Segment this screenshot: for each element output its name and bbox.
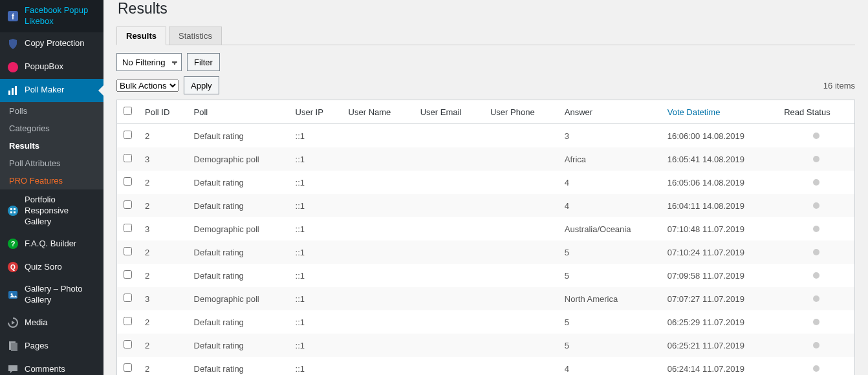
table-row: 2Default rating::1506:25:21 11.07.2019: [117, 334, 855, 357]
cell-poll: Default rating: [188, 241, 289, 264]
submenu-item[interactable]: Poll Attributes: [0, 155, 103, 172]
bulk-actions-select[interactable]: Bulk Actions: [116, 80, 179, 92]
cell-poll: Demographic poll: [188, 287, 289, 310]
submenu-item[interactable]: Categories: [0, 120, 103, 137]
col-user-email[interactable]: User Email: [414, 100, 484, 124]
svg-text:Q: Q: [10, 264, 16, 271]
sidebar-item-media[interactable]: Media: [0, 311, 103, 334]
read-status-dot-icon: [813, 179, 819, 186]
sidebar-item-facebook[interactable]: fFacebook Popup Likebox: [0, 0, 103, 32]
cell-vote-datetime: 06:25:21 11.07.2019: [661, 334, 777, 357]
svg-point-16: [11, 294, 13, 295]
filter-select[interactable]: No Filtering: [116, 53, 182, 71]
row-checkbox[interactable]: [124, 177, 132, 186]
row-checkbox[interactable]: [124, 317, 132, 325]
row-checkbox[interactable]: [124, 270, 132, 279]
cell-user-ip: ::1: [289, 287, 342, 310]
cell-user-name: [342, 171, 414, 194]
col-answer[interactable]: Answer: [558, 100, 661, 124]
sidebar-item-label: Gallery – Photo Gallery: [25, 284, 97, 306]
table-row: 2Default rating::1416:05:06 14.08.2019: [117, 171, 855, 194]
row-checkbox[interactable]: [124, 200, 132, 209]
sidebar-item-shield[interactable]: Copy Protection: [0, 32, 103, 56]
cell-poll: Default rating: [188, 194, 289, 217]
sidebar-item-gallery[interactable]: Gallery – Photo Gallery: [0, 279, 103, 311]
row-checkbox[interactable]: [124, 247, 132, 255]
sidebar-item-label: Quiz Soro: [25, 262, 62, 273]
row-checkbox-cell: [117, 264, 139, 287]
cell-vote-datetime: 07:09:58 11.07.2019: [661, 264, 777, 287]
sidebar-item-popup[interactable]: PopupBox: [0, 56, 103, 79]
col-poll-id[interactable]: Poll ID: [138, 100, 188, 124]
cell-answer: Africa: [558, 147, 661, 171]
cell-read-status: [777, 357, 854, 375]
col-user-ip[interactable]: User IP: [289, 100, 342, 124]
row-checkbox[interactable]: [124, 294, 132, 302]
row-checkbox[interactable]: [124, 363, 132, 372]
cell-user-phone: [484, 287, 558, 310]
cell-answer: 4: [558, 171, 661, 194]
col-user-phone[interactable]: User Phone: [484, 100, 558, 124]
row-checkbox[interactable]: [124, 131, 132, 139]
read-status-dot-icon: [813, 156, 819, 162]
cell-user-name: [342, 124, 414, 148]
col-user-name[interactable]: User Name: [342, 100, 414, 124]
tabs: ResultsStatistics: [116, 27, 855, 45]
tab-statistics[interactable]: Statistics: [169, 27, 222, 45]
main-content: Results ResultsStatistics No Filtering F…: [103, 0, 868, 375]
cell-vote-datetime: 16:06:00 14.08.2019: [661, 124, 777, 148]
svg-rect-5: [15, 86, 17, 95]
cell-user-name: [342, 264, 414, 287]
submenu-item[interactable]: Polls: [0, 102, 103, 120]
submenu-item[interactable]: PRO Features: [0, 172, 103, 189]
bulk-toolbar: Bulk Actions Apply 16 items: [116, 76, 855, 94]
read-status-dot-icon: [813, 272, 819, 279]
cell-poll-id: 2: [138, 194, 188, 217]
gallery-icon: [6, 288, 19, 301]
row-checkbox[interactable]: [124, 154, 132, 162]
cell-vote-datetime: 07:10:24 11.07.2019: [661, 241, 777, 264]
sidebar-item-label: F.A.Q. Builder: [25, 239, 76, 250]
col-poll[interactable]: Poll: [188, 100, 289, 124]
col-vote-datetime[interactable]: Vote Datetime: [661, 100, 777, 124]
cell-answer: 5: [558, 334, 661, 357]
svg-rect-10: [14, 211, 16, 213]
row-checkbox[interactable]: [124, 224, 132, 232]
cell-read-status: [777, 147, 854, 171]
cell-poll: Default rating: [188, 357, 289, 375]
read-status-dot-icon: [813, 342, 819, 348]
row-checkbox-cell: [117, 194, 139, 217]
cell-poll-id: 2: [138, 171, 188, 194]
cell-poll-id: 2: [138, 334, 188, 357]
cell-read-status: [777, 287, 854, 310]
cell-user-phone: [484, 310, 558, 334]
cell-user-email: [414, 310, 484, 334]
cell-user-name: [342, 310, 414, 334]
cell-read-status: [777, 171, 854, 194]
sidebar-item-help[interactable]: ?F.A.Q. Builder: [0, 232, 103, 255]
filter-toolbar: No Filtering Filter: [116, 53, 855, 71]
sidebar-item-poll[interactable]: Poll Maker: [0, 79, 103, 102]
select-all-checkbox[interactable]: [124, 107, 132, 115]
row-checkbox[interactable]: [124, 340, 132, 348]
submenu-item[interactable]: Results: [0, 137, 103, 155]
cell-read-status: [777, 241, 854, 264]
svg-point-2: [8, 62, 18, 72]
apply-button[interactable]: Apply: [184, 76, 219, 94]
sidebar-item-quiz[interactable]: QQuiz Soro: [0, 255, 103, 279]
sidebar-item-grid[interactable]: Portfolio Responsive Gallery: [0, 189, 103, 233]
sidebar-item-label: PopupBox: [25, 61, 63, 72]
row-checkbox-cell: [117, 287, 139, 310]
cell-vote-datetime: 06:24:14 11.07.2019: [661, 357, 777, 375]
filter-button[interactable]: Filter: [187, 53, 220, 71]
cell-user-email: [414, 241, 484, 264]
cell-vote-datetime: 06:25:29 11.07.2019: [661, 310, 777, 334]
admin-sidebar: fFacebook Popup LikeboxCopy ProtectionPo…: [0, 0, 103, 375]
col-read-status[interactable]: Read Status: [777, 100, 854, 124]
sidebar-item-pages[interactable]: Pages: [0, 334, 103, 358]
comments-icon: [6, 363, 19, 375]
row-checkbox-cell: [117, 147, 139, 171]
tab-results[interactable]: Results: [116, 27, 166, 45]
sidebar-item-comments[interactable]: Comments: [0, 358, 103, 375]
cell-read-status: [777, 124, 854, 148]
